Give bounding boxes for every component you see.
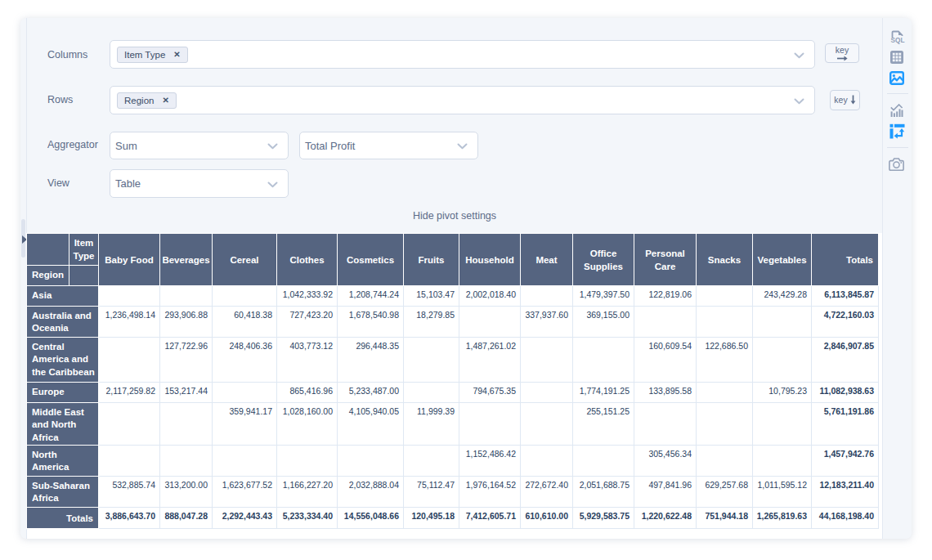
- svg-text:SQL: SQL: [891, 37, 905, 44]
